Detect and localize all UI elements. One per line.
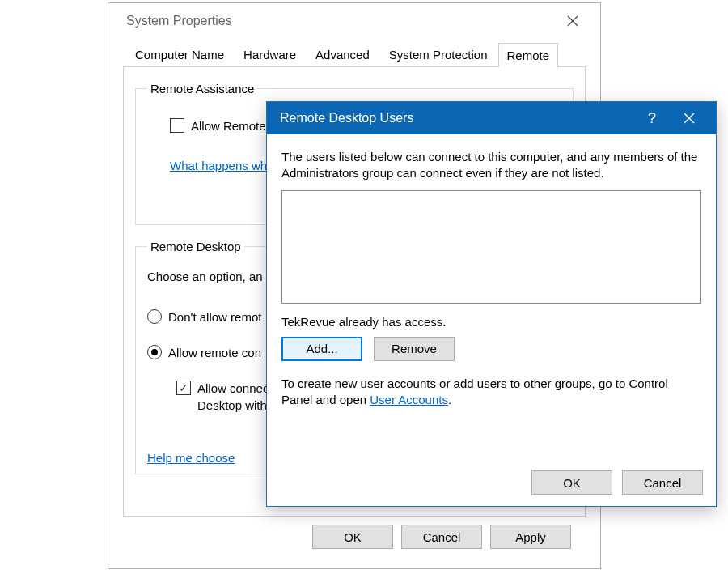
rdu-access-note: TekRevue already has access.: [281, 315, 701, 329]
sysprops-titlebar: System Properties: [108, 3, 600, 39]
checkbox-icon: [170, 118, 184, 133]
user-accounts-link[interactable]: User Accounts: [370, 393, 448, 406]
rdu-hint-before: To create new user accounts or add users…: [281, 376, 668, 406]
rdu-close-button[interactable]: [671, 102, 708, 134]
nla-label-line1: Allow connect: [197, 381, 273, 395]
rdu-cancel-button[interactable]: Cancel: [622, 470, 703, 495]
rdu-hint-after: .: [448, 393, 451, 406]
close-icon: [567, 15, 578, 27]
rdu-description: The users listed below can connect to th…: [281, 149, 701, 182]
tab-advanced[interactable]: Advanced: [307, 42, 379, 66]
close-icon: [684, 113, 695, 124]
remote-assistance-legend: Remote Assistance: [147, 82, 257, 96]
checkbox-icon: ✓: [176, 381, 191, 395]
rdu-remove-button[interactable]: Remove: [374, 337, 455, 361]
remote-desktop-users-dialog: Remote Desktop Users ? The users listed …: [266, 101, 717, 507]
sysprops-button-row: OK Cancel Apply: [123, 517, 586, 549]
tab-computer-name[interactable]: Computer Name: [126, 42, 233, 66]
rdu-titlebar: Remote Desktop Users ?: [267, 102, 716, 134]
sysprops-tabs: Computer Name Hardware Advanced System P…: [123, 42, 586, 67]
tab-hardware[interactable]: Hardware: [235, 42, 305, 66]
tab-remote[interactable]: Remote: [498, 43, 559, 67]
rdu-add-remove-row: Add... Remove: [281, 337, 701, 361]
rdu-hint: To create new user accounts or add users…: [281, 376, 701, 409]
what-happens-link[interactable]: What happens when: [170, 159, 281, 172]
sysprops-apply-button[interactable]: Apply: [490, 525, 571, 549]
rdu-body: The users listed below can connect to th…: [267, 134, 716, 459]
remote-desktop-legend: Remote Desktop: [147, 240, 244, 253]
rdu-footer: OK Cancel: [267, 459, 716, 506]
rdu-title: Remote Desktop Users: [280, 111, 633, 125]
radio-icon: [147, 345, 162, 359]
help-me-choose-link[interactable]: Help me choose: [147, 451, 235, 465]
rdu-user-list[interactable]: [281, 190, 701, 304]
sysprops-ok-button[interactable]: OK: [312, 525, 393, 549]
rdu-add-button[interactable]: Add...: [281, 337, 362, 361]
sysprops-close-button[interactable]: [557, 5, 589, 37]
radio-allow-label: Allow remote con: [168, 346, 261, 359]
rdu-help-button[interactable]: ?: [633, 110, 671, 127]
radio-icon: [147, 309, 162, 324]
rdu-ok-button[interactable]: OK: [531, 470, 612, 495]
radio-disallow-label: Don't allow remot: [168, 310, 261, 324]
tab-system-protection[interactable]: System Protection: [380, 42, 497, 66]
sysprops-title: System Properties: [126, 14, 557, 28]
sysprops-cancel-button[interactable]: Cancel: [401, 525, 482, 549]
